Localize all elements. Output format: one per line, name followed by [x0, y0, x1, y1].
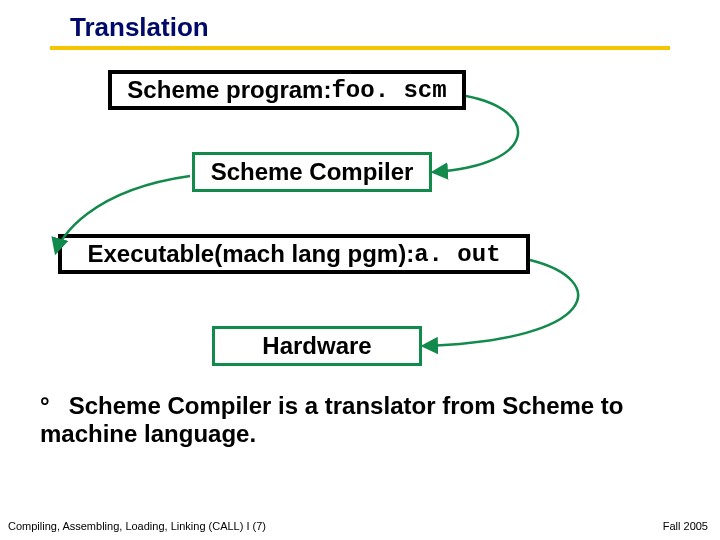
- box-hardware-label: Hardware: [262, 332, 371, 360]
- bullet-point: ° Scheme Compiler is a translator from S…: [40, 392, 680, 448]
- box-hardware: Hardware: [212, 326, 422, 366]
- box-compiler: Scheme Compiler: [192, 152, 432, 192]
- box-executable: Executable(mach lang pgm): a. out: [58, 234, 530, 274]
- box-executable-filename: a. out: [414, 241, 500, 268]
- title-underline: [50, 46, 670, 50]
- footer-right: Fall 2005: [663, 520, 708, 532]
- box-source-program: Scheme program: foo. scm: [108, 70, 466, 110]
- box-source-filename: foo. scm: [331, 77, 446, 104]
- bullet-text: Scheme Compiler is a translator from Sch…: [40, 392, 624, 447]
- bullet-marker: °: [40, 392, 62, 420]
- box-source-label: Scheme program:: [127, 76, 331, 104]
- footer-left: Compiling, Assembling, Loading, Linking …: [8, 520, 266, 532]
- box-executable-label: Executable(mach lang pgm):: [87, 240, 414, 268]
- slide-title: Translation: [70, 12, 209, 43]
- box-compiler-label: Scheme Compiler: [211, 158, 414, 186]
